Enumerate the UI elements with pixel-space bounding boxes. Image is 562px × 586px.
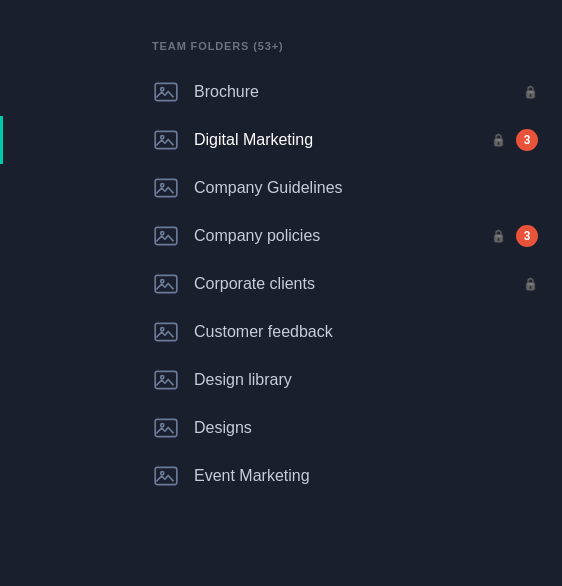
folder-icon-customer-feedback bbox=[152, 318, 180, 346]
folder-list: Brochure🔒 Digital Marketing🔒3 Company Gu… bbox=[0, 68, 562, 500]
svg-point-3 bbox=[161, 136, 164, 139]
section-header: TEAM FOLDERS (53+) bbox=[0, 40, 562, 68]
folder-icon-corporate-clients bbox=[152, 270, 180, 298]
svg-point-5 bbox=[161, 184, 164, 187]
svg-rect-14 bbox=[155, 419, 177, 436]
folder-name-design-library: Design library bbox=[194, 371, 538, 389]
svg-point-13 bbox=[161, 376, 164, 379]
lock-icon-digital-marketing: 🔒 bbox=[491, 133, 506, 147]
folder-item-customer-feedback[interactable]: Customer feedback bbox=[0, 308, 562, 356]
folder-icon-designs bbox=[152, 414, 180, 442]
lock-icon-brochure: 🔒 bbox=[523, 85, 538, 99]
folder-name-event-marketing: Event Marketing bbox=[194, 467, 538, 485]
folder-name-customer-feedback: Customer feedback bbox=[194, 323, 538, 341]
svg-rect-4 bbox=[155, 179, 177, 196]
svg-rect-10 bbox=[155, 323, 177, 340]
svg-rect-12 bbox=[155, 371, 177, 388]
folder-icon-brochure bbox=[152, 78, 180, 106]
svg-rect-0 bbox=[155, 83, 177, 100]
folder-item-digital-marketing[interactable]: Digital Marketing🔒3 bbox=[0, 116, 562, 164]
svg-point-11 bbox=[161, 328, 164, 331]
folder-item-corporate-clients[interactable]: Corporate clients🔒 bbox=[0, 260, 562, 308]
folder-icon-digital-marketing bbox=[152, 126, 180, 154]
folder-item-company-policies[interactable]: Company policies🔒3 bbox=[0, 212, 562, 260]
folder-name-company-guidelines: Company Guidelines bbox=[194, 179, 538, 197]
folder-item-company-guidelines[interactable]: Company Guidelines bbox=[0, 164, 562, 212]
folder-icon-company-policies bbox=[152, 222, 180, 250]
svg-point-7 bbox=[161, 232, 164, 235]
svg-rect-6 bbox=[155, 227, 177, 244]
badge-digital-marketing: 3 bbox=[516, 129, 538, 151]
svg-point-1 bbox=[161, 88, 164, 91]
folder-icon-design-library bbox=[152, 366, 180, 394]
folder-item-designs[interactable]: Designs bbox=[0, 404, 562, 452]
folder-name-digital-marketing: Digital Marketing bbox=[194, 131, 483, 149]
folder-item-design-library[interactable]: Design library bbox=[0, 356, 562, 404]
lock-icon-corporate-clients: 🔒 bbox=[523, 277, 538, 291]
svg-rect-2 bbox=[155, 131, 177, 148]
folder-icon-event-marketing bbox=[152, 462, 180, 490]
folder-name-company-policies: Company policies bbox=[194, 227, 483, 245]
svg-rect-8 bbox=[155, 275, 177, 292]
team-folders-panel: TEAM FOLDERS (53+) Brochure🔒 Digital Mar… bbox=[0, 0, 562, 500]
folder-item-event-marketing[interactable]: Event Marketing bbox=[0, 452, 562, 500]
folder-name-brochure: Brochure bbox=[194, 83, 515, 101]
folder-name-designs: Designs bbox=[194, 419, 538, 437]
folder-name-corporate-clients: Corporate clients bbox=[194, 275, 515, 293]
badge-company-policies: 3 bbox=[516, 225, 538, 247]
svg-point-17 bbox=[161, 472, 164, 475]
svg-point-15 bbox=[161, 424, 164, 427]
folder-icon-company-guidelines bbox=[152, 174, 180, 202]
svg-point-9 bbox=[161, 280, 164, 283]
svg-rect-16 bbox=[155, 467, 177, 484]
lock-icon-company-policies: 🔒 bbox=[491, 229, 506, 243]
folder-item-brochure[interactable]: Brochure🔒 bbox=[0, 68, 562, 116]
